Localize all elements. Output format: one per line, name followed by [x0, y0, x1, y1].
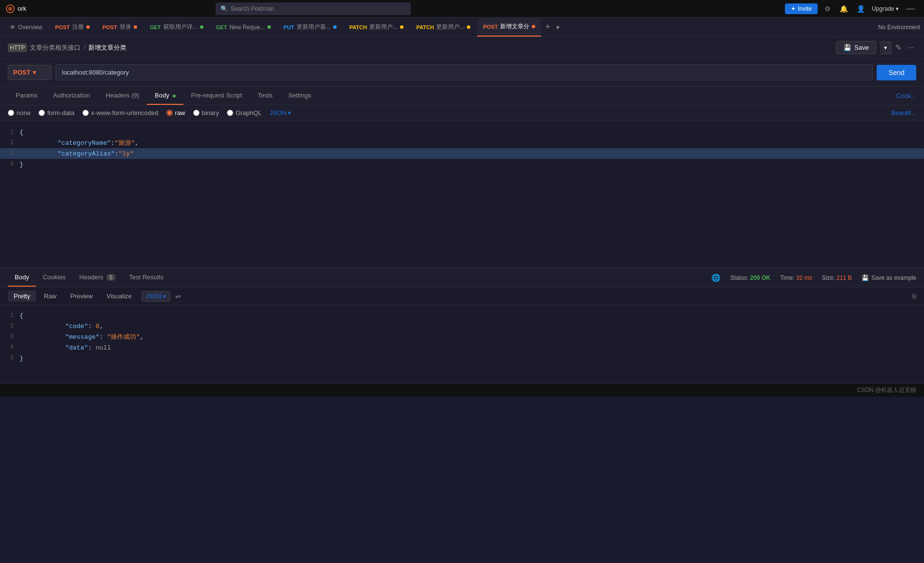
radio-graphql[interactable] — [227, 110, 233, 116]
tab-post-login[interactable]: POST 登录 — [97, 18, 143, 37]
tab-label: 登录 — [120, 23, 131, 31]
resp-headers-label: Headers — [80, 273, 103, 281]
edit-button[interactable]: ✎ — [895, 43, 902, 52]
filter-icon[interactable]: ⇌ — [175, 292, 181, 300]
request-body-editor[interactable]: 1 { 2 "categoryName":"旅游", 3 "categoryAl… — [0, 121, 924, 267]
tab-post-new-article[interactable]: POST 新增文章分 — [477, 18, 541, 37]
notifications-icon[interactable]: 🔔 — [838, 4, 850, 14]
option-graphql[interactable]: GraphQL — [227, 109, 261, 116]
save-button[interactable]: 💾 Save — [836, 41, 876, 54]
line-number: 4 — [0, 161, 20, 168]
preview-label: Preview — [70, 292, 93, 300]
titlebar-right: ✦ Invite ⚙ 🔔 👤 Upgrade ▾ — — [785, 2, 918, 15]
resp-line-3: 3 "message": "操作成功", — [0, 331, 924, 342]
headers-label: Headers (9) — [106, 92, 140, 99]
tab-tests[interactable]: Tests — [250, 87, 280, 105]
tab-settings[interactable]: Settings — [281, 87, 319, 105]
tests-label: Tests — [258, 92, 272, 99]
radio-form-data[interactable] — [39, 110, 45, 116]
params-label: Params — [16, 92, 38, 99]
tab-params[interactable]: Params — [8, 87, 45, 105]
settings-label: Settings — [288, 92, 311, 99]
new-tab-button[interactable]: + — [542, 22, 553, 32]
tab-body[interactable]: Body — [147, 87, 183, 105]
resp-json-selector[interactable]: JSON ▾ — [141, 291, 170, 302]
json-type-selector[interactable]: JSON ▾ — [269, 109, 291, 116]
tab-overview-label: Overview — [18, 24, 42, 31]
invite-label: Invite — [798, 5, 812, 12]
tab-label: 注册 — [72, 23, 84, 31]
search-bar[interactable]: 🔍 Search Postman — [216, 2, 411, 15]
radio-raw[interactable] — [166, 110, 173, 116]
environment-selector[interactable]: No Environment — [878, 24, 920, 31]
resp-line-1: 1 { — [0, 310, 924, 321]
env-label: No Environment — [878, 24, 920, 31]
status-label: Status: — [730, 274, 748, 281]
line-number: 2 — [0, 139, 20, 146]
size-value: 211 B — [837, 274, 852, 281]
response-tabbar: Body Cookies Headers 5 Test Results 🌐 St… — [0, 268, 924, 288]
globe-icon[interactable]: 🌐 — [711, 273, 721, 282]
search-placeholder: Search Postman — [231, 5, 274, 12]
time-wrapper: Time: 32 ms — [780, 274, 812, 281]
save-dropdown-button[interactable]: ▾ — [880, 41, 891, 54]
option-none[interactable]: none — [8, 109, 31, 116]
radio-x-www[interactable] — [82, 110, 89, 116]
option-binary[interactable]: binary — [193, 109, 219, 116]
beautify-link[interactable]: Beautif... — [891, 109, 916, 116]
save-example-button[interactable]: 💾 Save as example — [862, 274, 916, 281]
response-section: Body Cookies Headers 5 Test Results 🌐 St… — [0, 267, 924, 383]
breadcrumb-separator: / — [83, 44, 85, 51]
invite-button[interactable]: ✦ Invite — [785, 3, 818, 14]
tab-get-new-req[interactable]: GET New Reque... — [210, 18, 277, 37]
resp-tab-headers[interactable]: Headers 5 — [73, 269, 122, 287]
resp-tab-body[interactable]: Body — [8, 269, 36, 287]
visualize-label: Visualize — [106, 292, 132, 300]
time-label: Time: — [780, 274, 795, 281]
tab-bar: 👁 Overview POST 注册 POST 登录 GET 获取用户详... … — [0, 18, 924, 37]
settings-icon[interactable]: ⚙ — [823, 4, 833, 14]
option-form-data[interactable]: form-data — [39, 109, 75, 116]
option-x-www[interactable]: x-www-form-urlencoded — [82, 109, 159, 116]
pretty-tab-pretty[interactable]: Pretty — [8, 291, 36, 302]
body-options: none form-data x-www-form-urlencoded raw… — [0, 105, 924, 121]
avatar-icon[interactable]: 👤 — [855, 4, 867, 14]
tab-label: 获取用户详... — [163, 23, 198, 31]
more-options-icon[interactable]: ⋯ — [905, 43, 916, 53]
pretty-tab-visualize[interactable]: Visualize — [100, 291, 138, 302]
save-example-label: Save as example — [871, 274, 916, 281]
pretty-tab-raw[interactable]: Raw — [38, 291, 62, 302]
more-tabs-button[interactable]: ▾ — [554, 23, 562, 31]
radio-none[interactable] — [8, 110, 14, 116]
tab-overview[interactable]: 👁 Overview — [4, 18, 48, 37]
upgrade-button[interactable]: Upgrade ▾ — [872, 5, 899, 12]
tab-pre-request[interactable]: Pre-request Script — [183, 87, 250, 105]
pretty-label: Pretty — [14, 292, 30, 300]
tab-dot — [86, 25, 90, 29]
tab-patch-update2[interactable]: PATCH 更新用户... — [410, 18, 476, 37]
option-raw[interactable]: raw — [166, 109, 185, 116]
tab-get-users[interactable]: GET 获取用户详... — [144, 18, 209, 37]
headers-badge: 5 — [106, 274, 115, 281]
tab-post-register[interactable]: POST 注册 — [49, 18, 96, 37]
body-indicator — [173, 95, 176, 97]
tab-put-update[interactable]: PUT 更新用户基... — [278, 18, 342, 37]
resp-test-results-label: Test Results — [129, 273, 164, 281]
tab-authorization[interactable]: Authorization — [45, 87, 98, 105]
pretty-tab-preview[interactable]: Preview — [64, 291, 99, 302]
tab-headers[interactable]: Headers (9) — [98, 87, 147, 105]
url-input[interactable] — [56, 64, 873, 80]
send-button[interactable]: Send — [877, 65, 916, 80]
radio-binary[interactable] — [193, 110, 200, 116]
minimize-button[interactable]: — — [904, 2, 918, 15]
copy-icon[interactable]: ⎘ — [912, 292, 916, 300]
resp-tab-cookies[interactable]: Cookies — [36, 269, 73, 287]
footer-text: CSDN @机器人迈克猫 — [857, 386, 916, 394]
tab-dot — [467, 25, 470, 29]
response-status-bar: 🌐 Status: 200 OK Time: 32 ms Size: 211 B… — [711, 273, 916, 282]
cookies-link[interactable]: Cook... — [896, 92, 916, 99]
resp-tab-test-results[interactable]: Test Results — [122, 269, 171, 287]
method-dropdown-icon: ▾ — [33, 69, 36, 76]
method-selector[interactable]: POST ▾ — [8, 65, 52, 80]
tab-patch-update1[interactable]: PATCH 更新用户... — [343, 18, 409, 37]
